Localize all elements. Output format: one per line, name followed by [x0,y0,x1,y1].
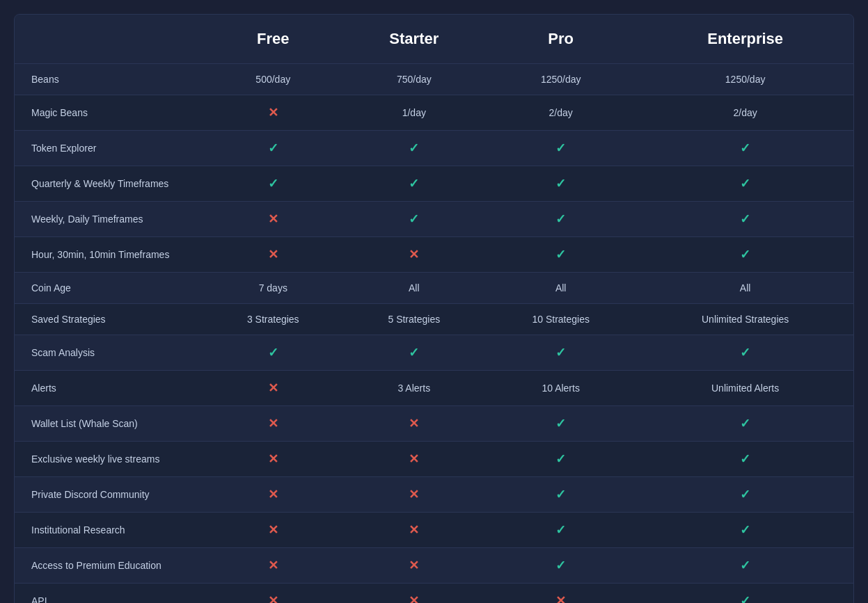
pro-value: ✓ [484,202,637,237]
free-value: ✕ [203,513,344,548]
pro-value: ✓ [484,406,637,442]
cell-value: All [409,282,420,294]
starter-value: ✕ [344,442,485,477]
feature-label: Scam Analysis [15,335,203,371]
table-row: Private Discord Community✕✕✓✓ [15,477,853,513]
check-icon: ✓ [555,523,566,537]
table-row: API✕✕✕✓ [15,584,853,604]
pro-column-header: Pro [484,15,637,64]
check-icon: ✓ [268,177,278,191]
starter-value: ✕ [344,548,485,584]
table-row: Wallet List (Whale Scan)✕✕✓✓ [15,406,853,442]
free-value: ✓ [203,131,344,166]
enterprise-value: ✓ [637,406,853,442]
starter-column-header: Starter [344,15,485,64]
cell-value: 2/day [734,107,757,118]
cross-icon: ✕ [268,594,278,603]
enterprise-value: ✓ [637,237,853,273]
starter-value: ✓ [344,166,485,202]
free-value: ✕ [203,406,344,442]
check-icon: ✓ [555,417,566,431]
table-row: Beans500/day750/day1250/day1250/day [15,64,853,95]
free-value: ✓ [203,166,344,202]
enterprise-value: ✓ [637,548,853,584]
table-row: Token Explorer✓✓✓✓ [15,131,853,166]
table-row: Weekly, Daily Timeframes✕✓✓✓ [15,202,853,237]
check-icon: ✓ [740,452,750,466]
header-row: Free Starter Pro Enterprise [15,15,853,64]
feature-label: Exclusive weekly live streams [15,442,203,477]
feature-label: API [15,584,203,604]
free-value: 500/day [203,64,344,95]
check-icon: ✓ [555,558,566,572]
cross-icon: ✕ [268,523,278,537]
cell-value: 2/day [549,107,573,118]
check-icon: ✓ [740,594,750,603]
pro-value: All [484,273,637,304]
cell-value: 10 Strategies [532,314,590,325]
pro-value: 2/day [484,95,637,131]
check-icon: ✓ [740,523,750,537]
pro-value: 10 Strategies [484,304,637,335]
check-icon: ✓ [740,212,750,226]
feature-label: Token Explorer [15,131,203,166]
check-icon: ✓ [740,248,750,262]
feature-label: Weekly, Daily Timeframes [15,202,203,237]
check-icon: ✓ [555,141,566,155]
table-row: Magic Beans✕1/day2/day2/day [15,95,853,131]
table-row: Hour, 30min, 10min Timeframes✕✕✓✓ [15,237,853,273]
feature-label: Magic Beans [15,95,203,131]
cell-value: 10 Alerts [542,383,579,394]
enterprise-value: 2/day [637,95,853,131]
cross-icon: ✕ [268,106,278,120]
feature-label: Private Discord Community [15,477,203,513]
free-value: ✓ [203,335,344,371]
enterprise-value: All [637,273,853,304]
enterprise-column-header: Enterprise [637,15,853,64]
cell-value: 3 Alerts [397,383,430,394]
cell-value: 500/day [255,74,290,85]
enterprise-value: 1250/day [637,64,853,95]
feature-label: Wallet List (Whale Scan) [15,406,203,442]
enterprise-value: ✓ [637,166,853,202]
check-icon: ✓ [268,141,278,155]
cell-value: Unlimited Strategies [702,314,789,325]
enterprise-value: ✓ [637,513,853,548]
table-row: Access to Premium Education✕✕✓✓ [15,548,853,584]
cell-value: 5 Strategies [388,314,440,325]
check-icon: ✓ [555,488,566,501]
feature-label: Coin Age [15,273,203,304]
check-icon: ✓ [409,177,419,191]
table-row: Quarterly & Weekly Timeframes✓✓✓✓ [15,166,853,202]
pro-value: 1250/day [484,64,637,95]
enterprise-value: ✓ [637,477,853,513]
cross-icon: ✕ [409,417,419,431]
cell-value: 1/day [402,107,426,118]
free-value: ✕ [203,584,344,604]
check-icon: ✓ [268,346,278,360]
starter-value: ✕ [344,406,485,442]
check-icon: ✓ [740,417,750,431]
starter-value: ✕ [344,237,485,273]
starter-value: ✕ [344,513,485,548]
check-icon: ✓ [409,141,419,155]
enterprise-value: Unlimited Alerts [637,371,853,406]
enterprise-value: ✓ [637,584,853,604]
cell-value: 1250/day [725,74,766,85]
pro-value: ✓ [484,131,637,166]
cell-value: All [740,282,751,294]
check-icon: ✓ [740,488,750,501]
cross-icon: ✕ [268,212,278,226]
free-value: ✕ [203,442,344,477]
starter-value: ✓ [344,131,485,166]
cross-icon: ✕ [555,594,566,603]
cross-icon: ✕ [268,381,278,395]
starter-value: 1/day [344,95,485,131]
free-value: 7 days [203,273,344,304]
starter-value: ✕ [344,477,485,513]
table-row: Coin Age7 daysAllAllAll [15,273,853,304]
feature-label: Saved Strategies [15,304,203,335]
pro-value: 10 Alerts [484,371,637,406]
table-row: Alerts✕3 Alerts10 AlertsUnlimited Alerts [15,371,853,406]
cell-value: 1250/day [541,74,581,85]
